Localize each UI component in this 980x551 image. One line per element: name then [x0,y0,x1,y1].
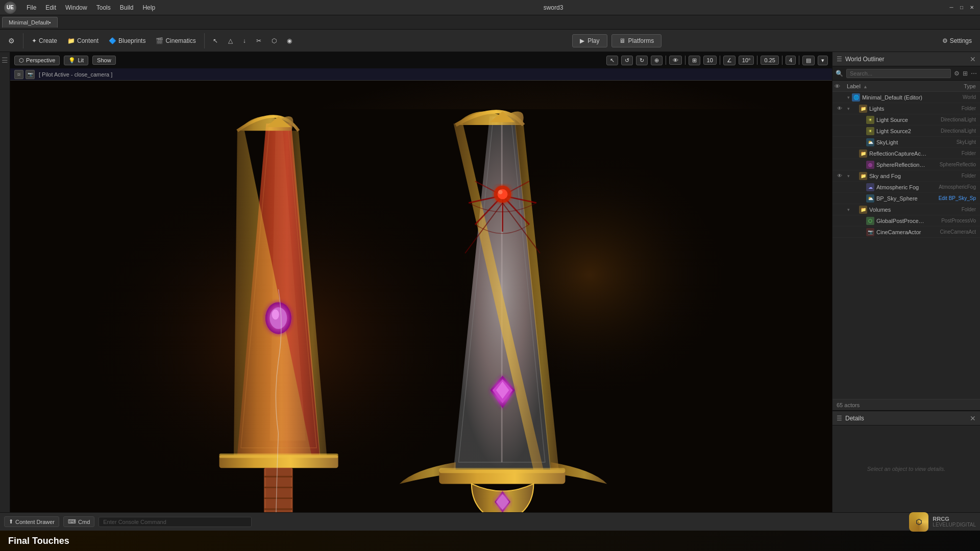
close-button[interactable]: ✕ [968,4,976,12]
content-drawer-button[interactable]: ⬆ Content Drawer [4,516,59,527]
menu-help[interactable]: Help [138,3,159,13]
outliner-close-button[interactable]: ✕ [970,56,976,63]
tree-item[interactable]: ☀ Light Source2 DirectionalLight [832,126,980,137]
rotate-btn[interactable]: ↺ [621,56,633,65]
menu-window[interactable]: Window [61,3,91,13]
toolbar: ⚙ ✦ Create 📁 Content 🔷 Blueprints 🎬 Cine… [0,30,980,52]
tree-item[interactable]: ◎ SphereReflectionCapture10 SphereReflec… [832,159,980,170]
search-input[interactable] [846,69,951,78]
ctrl-sep-4 [757,56,757,65]
select-mode-button[interactable]: ↖ [209,35,222,46]
tree-item[interactable]: ⛅ SkyLight SkyLight [832,137,980,148]
viewport[interactable]: ⬡ Perspective 💡 Lit Show ↖ ↺ ↻ ⊕ 👁 ⊞ 10 [10,52,832,512]
svg-rect-13 [219,454,338,458]
visibility-toggle[interactable]: 👁 [835,106,845,111]
svg-rect-44 [439,468,565,473]
menu-tools[interactable]: Tools [92,3,115,13]
tree-item-type: Edit BP_Sky_Sp [927,195,978,201]
tree-item[interactable]: ▾ 🌐 Minimal_Default (Editor) World [832,92,980,103]
geometry-icon: ⬡ [272,37,277,44]
play-button[interactable]: ▶ Play [572,34,607,47]
ctrl-sep-2 [685,56,685,65]
window-controls: ─ □ ✕ [947,4,976,12]
active-tab[interactable]: Minimal_Default• [2,17,58,28]
angle-size[interactable]: 10° [739,56,754,65]
tree-item[interactable]: ▾ 📁 Volumes Folder [832,204,980,215]
layout-btn[interactable]: ▤ [802,56,815,65]
grid-btn[interactable]: ⊞ [689,56,700,65]
minimize-button[interactable]: ─ [947,4,955,12]
pilot-label: [ Pilot Active - close_camera ] [39,71,112,78]
show-badge[interactable]: Show [92,56,116,65]
create-button[interactable]: ✦ Create [28,35,61,46]
col-label[interactable]: Label ▲ [845,83,927,89]
select-btn[interactable]: ↖ [606,56,618,65]
tree-item-label: Minimal_Default (Editor) [862,94,927,101]
geometry-button[interactable]: ⬡ [267,35,281,46]
foliage-button[interactable]: ↓ [239,35,250,46]
cam-speed[interactable]: 4 [786,56,796,65]
grid-size[interactable]: 10 [703,56,717,65]
outliner-title: World Outliner [845,56,967,63]
eye-icon[interactable]: 👁 [837,173,842,179]
search-settings-icon[interactable]: ⚙ [954,70,960,77]
blueprints-button[interactable]: 🔷 Blueprints [105,35,150,46]
menu-build[interactable]: Build [116,3,138,13]
maximize-button[interactable]: □ [958,4,966,12]
tree-item-type: Folder [927,106,978,111]
tree-item[interactable]: ⛅ BP_Sky_Sphere Edit BP_Sky_Sp [832,193,980,204]
svg-point-37 [498,190,502,194]
tree-item-type: AtmosphericFog [927,184,978,190]
content-button[interactable]: 📁 Content [63,35,103,46]
tree-item[interactable]: ☀ Light Source DirectionalLight [832,114,980,126]
snap-btn[interactable]: ⊕ [651,56,663,65]
sidebar-toggle[interactable]: ☰ [2,56,8,64]
landscape-button[interactable]: △ [224,35,237,46]
angle-btn[interactable]: ∠ [723,56,736,65]
dir-light-icon: ☀ [866,116,874,124]
gear-icon: ⚙ [942,37,948,44]
tree-item[interactable]: 📷 CineCameraActor CineCameraAct [832,227,980,238]
eye-icon[interactable]: 👁 [837,106,842,111]
expand-arrow[interactable]: ▾ [845,207,852,212]
viewport-canvas[interactable] [10,81,832,512]
console-input[interactable] [99,517,252,527]
refresh-btn[interactable]: ↻ [636,56,648,65]
animation-button[interactable]: ◉ [283,35,296,46]
scale-btn[interactable]: 0.25 [761,56,778,65]
expand-arrow[interactable]: ▾ [845,173,852,179]
details-close-button[interactable]: ✕ [970,415,976,422]
expand-arrow[interactable]: ▾ [845,106,852,111]
cinematics-button[interactable]: 🎬 Cinematics [152,35,200,46]
cmd-button[interactable]: ⌨ Cmd [63,516,94,527]
tree-item[interactable]: 📁 ReflectionCaptureActors Folder [832,148,980,159]
menu-edit[interactable]: Edit [41,3,60,13]
settings-button[interactable]: ⚙ Settings [938,35,976,46]
search-columns-icon[interactable]: ⊞ [963,70,968,77]
outliner-tree[interactable]: ▾ 🌐 Minimal_Default (Editor) World 👁 ▾ 📁… [832,92,980,399]
tree-item[interactable]: 👁 ▾ 📁 Sky and Fog Folder [832,170,980,182]
layout-arrow[interactable]: ▾ [818,56,828,65]
tree-item[interactable]: 👁 ▾ 📁 Lights Folder [832,103,980,114]
toolbar-mode-button[interactable]: ⚙ [4,35,19,47]
details-title: Details [845,415,967,422]
chevron-down-icon: ▾ [847,95,850,100]
view-btn[interactable]: 👁 [669,56,682,65]
mesh-paint-button[interactable]: ✂ [252,35,265,46]
details-content: Select an object to view details. [832,425,980,512]
expand-arrow[interactable]: ▾ [845,95,852,100]
visibility-toggle[interactable]: 👁 [835,173,845,179]
tree-item[interactable]: ☁ Atmospheric Fog AtmosphericFog [832,182,980,193]
outliner-search-bar: 🔍 ⚙ ⊞ ⋯ [832,66,980,81]
lit-badge[interactable]: 💡 Lit [64,56,88,65]
perspective-badge[interactable]: ⬡ Perspective [14,56,60,65]
capture-icon: ◎ [866,161,874,169]
platforms-button[interactable]: 🖥 Platforms [611,34,662,47]
ctrl-sep-5 [782,56,782,65]
lit-icon: 💡 [68,57,76,64]
tree-item[interactable]: ⬡ GlobalPostProcessVolume PostProcessVo [832,215,980,227]
menu-file[interactable]: File [22,3,40,13]
tree-item-type: DirectionalLight [927,128,978,134]
col-type[interactable]: Type [927,83,978,89]
search-more-icon[interactable]: ⋯ [971,70,977,77]
